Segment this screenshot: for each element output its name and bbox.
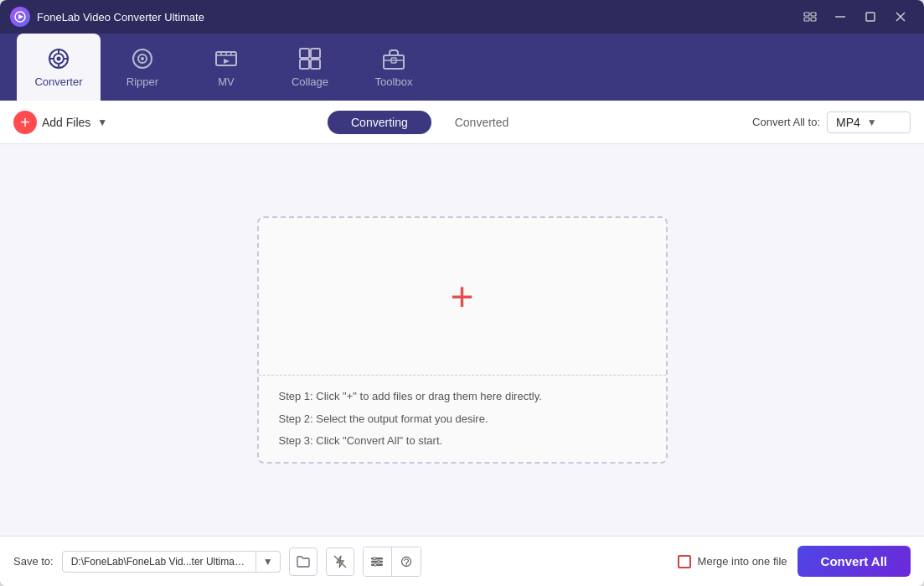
convert-all-to-label: Convert All to: [752,116,820,128]
open-folder-button[interactable] [289,547,317,576]
app-logo [10,7,30,27]
svg-rect-26 [300,49,309,58]
tab-ripper[interactable]: Ripper [101,34,184,101]
tab-converter-label: Converter [34,75,82,88]
hardware-acceleration-button[interactable] [326,547,354,576]
svg-marker-1 [18,14,23,19]
add-files-button[interactable]: + Add Files ▼ [13,111,107,134]
bottom-right: Merge into one file Convert All [678,546,911,577]
merge-checkbox[interactable] [678,555,691,568]
tab-mv-label: MV [218,75,235,88]
step1-text: Step 1: Click "+" to add files or drag t… [279,389,646,404]
app-window: FoneLab Video Converter Ultimate [0,0,924,586]
svg-rect-5 [811,18,816,21]
tab-converted[interactable]: Converted [431,111,533,134]
svg-point-41 [405,564,407,566]
toolbar-right: Convert All to: MP4 ▼ [752,111,911,133]
svg-rect-3 [811,13,816,16]
main-content: + Add Files ▼ Converting Converted Conve… [0,101,924,586]
svg-rect-7 [866,13,875,21]
step2-text: Step 2: Select the output format you des… [279,412,646,427]
close-button[interactable] [887,7,914,27]
merge-option[interactable]: Merge into one file [678,555,787,568]
tab-switcher: Converting Converted [107,111,752,134]
tab-mv[interactable]: MV [184,34,268,101]
svg-rect-2 [804,13,809,16]
svg-point-39 [374,563,377,566]
settings-group [363,547,421,577]
format-value: MP4 [836,116,860,129]
save-path-dropdown-arrow[interactable]: ▼ [256,552,280,572]
save-to-label: Save to: [13,555,54,568]
plus-icon: + [450,277,473,317]
drop-area: + Step 1: Click "+" to add files or drag… [0,144,924,536]
svg-point-38 [378,560,380,563]
tab-toolbox-label: Toolbox [375,75,413,88]
tab-ripper-label: Ripper [126,75,158,88]
minimize-button[interactable] [827,7,854,27]
svg-point-12 [57,56,61,60]
svg-rect-27 [311,49,320,58]
add-circle-icon: + [13,111,37,134]
drop-zone-top: + [259,218,666,376]
app-title: FoneLab Video Converter Ultimate [37,11,797,23]
svg-rect-29 [311,60,320,69]
extra-settings-button[interactable] [364,547,392,576]
svg-marker-25 [224,59,230,64]
settings-dropdown-button[interactable] [392,547,421,576]
restore-button[interactable] [857,7,884,27]
drop-zone-steps: Step 1: Click "+" to add files or drag t… [259,376,666,462]
format-dropdown-arrow: ▼ [867,117,877,128]
save-path-input[interactable]: D:\FoneLab\FoneLab Vid...ter Ultimate\Co… [62,551,281,573]
save-path-text: D:\FoneLab\FoneLab Vid...ter Ultimate\Co… [63,552,256,572]
svg-rect-28 [300,60,309,69]
format-select[interactable]: MP4 ▼ [827,111,911,133]
title-bar: FoneLab Video Converter Ultimate [0,0,924,34]
svg-rect-4 [804,18,809,21]
tab-converting[interactable]: Converting [328,111,431,134]
tab-converter[interactable]: Converter [17,34,101,101]
bottom-bar: Save to: D:\FoneLab\FoneLab Vid...ter Ul… [0,536,924,586]
tab-toolbox[interactable]: Toolbox [352,34,436,101]
add-files-dropdown-arrow: ▼ [97,117,107,128]
svg-point-19 [141,57,144,60]
svg-point-37 [374,557,376,559]
toolbar: + Add Files ▼ Converting Converted Conve… [0,101,924,144]
merge-label: Merge into one file [698,555,787,568]
drop-zone[interactable]: + Step 1: Click "+" to add files or drag… [257,216,668,464]
window-controls [797,7,914,27]
tab-collage-label: Collage [292,75,328,88]
step3-text: Step 3: Click "Convert All" to start. [279,433,646,449]
add-files-label: Add Files [42,116,90,129]
nav-tabs: Converter Ripper MV [0,34,924,101]
caption-icon-btn[interactable] [797,7,823,27]
convert-all-button[interactable]: Convert All [798,546,911,577]
tab-collage[interactable]: Collage [268,34,352,101]
